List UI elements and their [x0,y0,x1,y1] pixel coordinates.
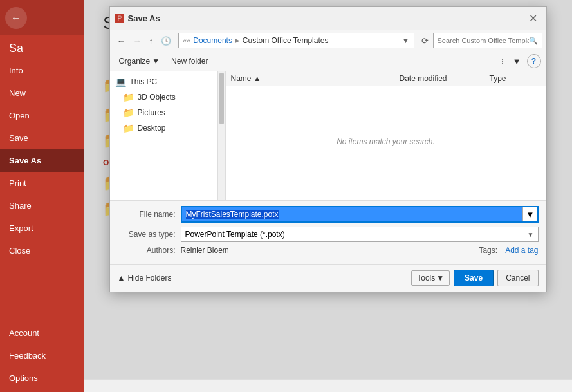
address-separator: ► [234,36,241,45]
cancel-button[interactable]: Cancel [497,270,538,286]
file-panel: Name ▲ Date modified Type No items match… [226,71,546,200]
sidebar-title: Sa [0,35,84,59]
column-header-name[interactable]: Name ▲ [231,74,400,83]
dialog-overlay: 🅿 Save As ✕ ← → ↑ 🕓 «« Documents ► Custo… [84,0,572,392]
back-button[interactable]: ← [5,7,27,29]
sidebar-item-info[interactable]: Info [0,59,84,82]
authors-value: Reinier Bloem [181,246,229,255]
sidebar-item-options[interactable]: Options [0,367,84,389]
organize-chevron-icon: ▼ [152,57,160,66]
tools-button[interactable]: Tools ▼ [411,270,450,286]
sidebar-item-account[interactable]: Account [0,322,84,344]
folder-icon: 📁 [123,123,134,133]
organize-button[interactable]: Organize ▼ [115,55,164,68]
help-button[interactable]: ? [527,54,541,68]
sidebar-item-new[interactable]: New [0,82,84,104]
sidebar: ← Sa Info New Open Save Save As Print Sh… [0,0,84,392]
sidebar-bottom: Account Feedback Options [0,322,84,389]
sidebar-item-print[interactable]: Print [0,172,84,194]
savetype-dropdown-icon: ▼ [528,231,534,238]
address-dropdown-icon: ▼ [402,36,410,45]
dialog-body: 💻 This PC 📁 3D Objects 📁 Pictures 📁 Desk… [110,71,546,200]
address-bar[interactable]: «« Documents ► Custom Office Templates ▼ [178,33,414,48]
nav-up-button[interactable]: ↑ [146,34,157,48]
meta-row: Authors: Reinier Bloem Tags: Add a tag [118,246,539,255]
savetype-row: Save as type: PowerPoint Template (*.pot… [118,227,539,242]
dialog-toolbar: Organize ▼ New folder ⁝ ▼ ? [110,51,546,71]
status-bar [84,379,572,392]
sidebar-top: ← [0,0,84,35]
tags-link[interactable]: Add a tag [505,246,538,255]
tree-item-label: Desktop [138,124,166,133]
view-dropdown-button[interactable]: ▼ [510,55,524,68]
this-pc-icon: 💻 [115,77,126,87]
address-part-templates[interactable]: Custom Office Templates [243,36,329,45]
dialog-form: File name: ▼ Save as type: PowerPoint Te… [110,200,546,264]
dialog-navbar: ← → ↑ 🕓 «« Documents ► Custom Office Tem… [110,30,546,51]
hide-folders-label: Hide Folders [127,274,171,283]
save-button[interactable]: Save [454,270,494,286]
tree-item-desktop[interactable]: 📁 Desktop [110,120,225,136]
tree-item-label: Pictures [138,108,165,117]
address-part-documents[interactable]: Documents [193,36,232,45]
folder-icon: 📁 [123,92,134,102]
filename-input[interactable] [182,207,523,221]
filename-dropdown-button[interactable]: ▼ [522,207,537,221]
refresh-button[interactable]: ⟳ [418,34,432,48]
tree-panel: 💻 This PC 📁 3D Objects 📁 Pictures 📁 Desk… [110,71,226,200]
file-empty-message: No items match your search. [226,86,546,197]
search-icon: 🔍 [529,37,538,45]
tools-label: Tools [417,274,435,283]
organize-label: Organize [119,57,151,66]
savetype-label: Save as type: [118,230,176,239]
tools-dropdown-icon: ▼ [436,274,444,283]
sidebar-item-share[interactable]: Share [0,194,84,217]
nav-recent-button[interactable]: 🕓 [158,34,174,48]
authors-label: Authors: [118,246,176,255]
hide-folders-arrow-icon: ▲ [118,274,125,283]
sidebar-spacer [0,262,84,322]
tree-item-this-pc[interactable]: 💻 This PC [110,74,225,89]
filename-label: File name: [118,210,176,219]
view-toggle-button[interactable]: ⁝ [498,55,507,68]
tree-item-3d-objects[interactable]: 📁 3D Objects [110,89,225,105]
sidebar-item-save[interactable]: Save [0,127,84,149]
sidebar-item-feedback[interactable]: Feedback [0,344,84,367]
dialog-footer: ▲ Hide Folders Tools ▼ Save Cancel [110,264,546,292]
nav-back-button[interactable]: ← [114,34,129,48]
tree-item-label: 3D Objects [138,93,176,102]
tree-scrollbar-thumb [219,73,224,124]
file-header: Name ▲ Date modified Type [226,71,546,86]
dialog-close-button[interactable]: ✕ [525,11,541,26]
tags-label: Tags: [479,246,497,255]
dialog-title-text: Save As [128,14,521,23]
savetype-value: PowerPoint Template (*.potx) [185,230,285,239]
new-folder-button[interactable]: New folder [166,55,213,68]
address-chevron-left: «« [183,37,190,44]
search-input[interactable] [438,37,529,44]
sidebar-item-save-as[interactable]: Save As [0,149,84,172]
tree-scrollbar[interactable] [217,71,225,200]
column-header-date[interactable]: Date modified [400,74,490,83]
savetype-dropdown[interactable]: PowerPoint Template (*.potx) ▼ [181,227,539,242]
dialog-titlebar: 🅿 Save As ✕ [110,7,546,30]
column-name-label: Name [231,74,252,83]
sort-arrow-icon: ▲ [254,74,261,83]
sidebar-item-close[interactable]: Close [0,239,84,262]
sidebar-item-open[interactable]: Open [0,104,84,127]
nav-forward-button[interactable]: → [130,34,145,48]
filename-input-wrapper[interactable]: ▼ [181,206,539,223]
tree-item-pictures[interactable]: 📁 Pictures [110,105,225,120]
sidebar-item-export[interactable]: Export [0,217,84,239]
save-as-dialog: 🅿 Save As ✕ ← → ↑ 🕓 «« Documents ► Custo… [109,6,547,292]
filename-row: File name: ▼ [118,206,539,223]
dialog-app-icon: 🅿 [115,14,124,24]
main-content: Sa ☁ 📁 Browse 📁 MarkDownWithImagesToPPT … [84,0,572,392]
folder-icon: 📁 [123,107,134,118]
column-header-type[interactable]: Type [490,74,541,83]
tree-item-label: This PC [130,77,158,86]
hide-folders-button[interactable]: ▲ Hide Folders [118,274,172,283]
search-bar[interactable]: 🔍 [433,33,542,48]
